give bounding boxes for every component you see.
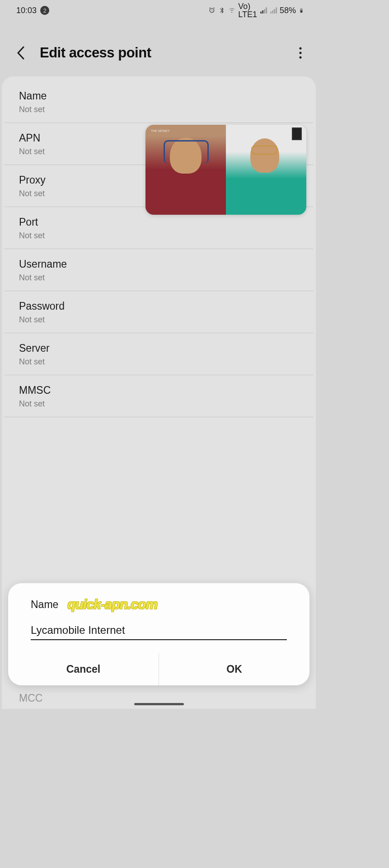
status-right: Vo)LTE1 58% xyxy=(208,2,304,19)
page-title: Edit access point xyxy=(40,45,151,61)
setting-row-mcc-partial: MCC xyxy=(19,692,42,704)
setting-label: Server xyxy=(19,342,299,354)
setting-row-server[interactable]: Server Not set xyxy=(5,333,313,375)
bluetooth-icon xyxy=(218,7,225,14)
setting-row-username[interactable]: Username Not set xyxy=(5,249,313,291)
pip-logo: THE MONEY xyxy=(151,129,170,132)
signal-icon-1 xyxy=(260,7,267,14)
dialog-title: Name xyxy=(31,599,58,611)
setting-row-password[interactable]: Password Not set xyxy=(5,291,313,333)
name-input[interactable] xyxy=(31,620,287,640)
svg-point-1 xyxy=(300,52,302,54)
setting-value: Not set xyxy=(19,315,299,325)
more-options-button[interactable] xyxy=(291,44,309,62)
app-header: Edit access point xyxy=(0,19,318,76)
battery-percent: 58% xyxy=(280,6,296,15)
picture-in-picture-video[interactable]: THE MONEY xyxy=(145,125,306,215)
setting-label: Username xyxy=(19,258,299,270)
setting-row-name[interactable]: Name Not set xyxy=(5,81,313,123)
battery-icon xyxy=(299,7,304,14)
name-edit-dialog: Name quick-apn.com Cancel OK xyxy=(8,583,309,685)
setting-label: Password xyxy=(19,300,299,312)
status-time: 10:03 xyxy=(16,6,37,15)
back-button[interactable] xyxy=(14,45,29,61)
ok-button[interactable]: OK xyxy=(159,653,309,685)
pip-person-left: THE MONEY xyxy=(145,125,226,215)
setting-value: Not set xyxy=(19,105,299,114)
wifi-icon xyxy=(228,7,235,14)
setting-label: Port xyxy=(19,216,299,228)
notification-count-badge: 2 xyxy=(40,6,49,15)
svg-point-0 xyxy=(300,47,302,50)
alarm-icon xyxy=(208,7,216,14)
signal-icon-2 xyxy=(270,7,277,14)
setting-value: Not set xyxy=(19,357,299,367)
setting-value: Not set xyxy=(19,273,299,283)
svg-point-2 xyxy=(300,57,302,59)
watermark-text: quick-apn.com xyxy=(67,597,157,612)
chevron-left-icon xyxy=(17,46,26,60)
more-vertical-icon xyxy=(299,47,302,59)
cancel-button[interactable]: Cancel xyxy=(8,653,159,685)
navigation-pill[interactable] xyxy=(134,703,184,705)
setting-label: Name xyxy=(19,90,299,102)
status-bar: 10:03 2 Vo)LTE1 58% xyxy=(0,0,318,19)
setting-label: MMSC xyxy=(19,384,299,396)
pip-person-right xyxy=(226,125,306,215)
volte-label: Vo)LTE1 xyxy=(238,2,257,19)
setting-row-mmsc[interactable]: MMSC Not set xyxy=(5,375,313,417)
status-left: 10:03 2 xyxy=(16,6,49,15)
setting-value: Not set xyxy=(19,231,299,241)
setting-value: Not set xyxy=(19,399,299,409)
